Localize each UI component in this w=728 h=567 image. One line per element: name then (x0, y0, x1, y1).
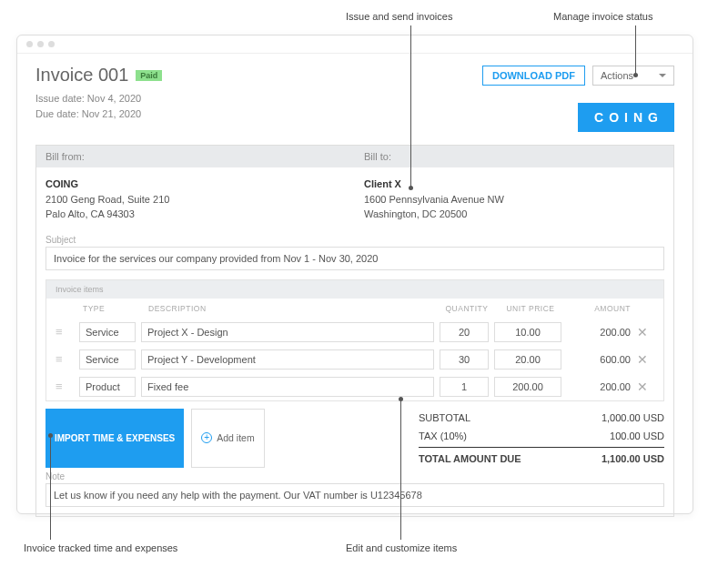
download-pdf-button[interactable]: DOWNLOAD PDF (482, 66, 585, 86)
callout-line (410, 25, 411, 187)
items-column-header: TYPE DESCRIPTION QUANTITY UNIT PRICE AMO… (46, 299, 663, 319)
item-quantity-input[interactable]: 20 (440, 322, 489, 342)
plus-circle-icon: + (201, 432, 212, 443)
bill-to-label: Bill to: (355, 146, 673, 167)
actions-label: Actions (601, 70, 633, 81)
col-quantity: QUANTITY (440, 304, 494, 313)
window-titlebar (17, 35, 693, 54)
window-dot (48, 41, 55, 47)
tax-label: TAX (10%) (419, 430, 467, 441)
col-description: DESCRIPTION (141, 304, 440, 313)
items-header: Invoice items (46, 280, 663, 299)
item-unit-price-input[interactable]: 20.00 (494, 349, 561, 370)
subtotal-value: 1,000.00 USD (602, 412, 664, 423)
callout-line (635, 25, 636, 74)
add-item-label: Add item (217, 432, 254, 443)
chevron-down-icon (659, 74, 666, 77)
callout-dot (633, 73, 638, 77)
app-window: Invoice 001 Paid DOWNLOAD PDF Actions Is… (16, 35, 693, 514)
delete-item-button[interactable]: ✕ (631, 325, 654, 339)
subject-label: Subject (36, 231, 673, 247)
annotation-manage-status: Manage invoice status (553, 11, 652, 22)
tax-value: 100.00 USD (610, 430, 664, 441)
invoice-title: Invoice 001 (35, 65, 128, 86)
invoice-item-row: ≡ Service Project Y - Development 30 20.… (46, 346, 663, 373)
bill-to-block: Client X 1600 Pennsylvania Avenue NW Was… (364, 177, 664, 222)
item-type-input[interactable]: Service (79, 349, 136, 370)
annotation-invoice-tracked: Invoice tracked time and expenses (24, 542, 177, 553)
annotation-issue-send: Issue and send invoices (346, 11, 452, 22)
bill-to-addr1: 1600 Pennsylvania Avenue NW (364, 194, 504, 205)
drag-handle-icon[interactable]: ≡ (56, 352, 79, 366)
col-type: TYPE (79, 304, 141, 313)
item-quantity-input[interactable]: 30 (440, 349, 489, 370)
subtotal-label: SUBTOTAL (419, 412, 470, 423)
totals-block: SUBTOTAL 1,000.00 USD TAX (10%) 100.00 U… (419, 409, 664, 468)
item-quantity-input[interactable]: 1 (440, 377, 489, 397)
bill-from-block: COING 2100 Geng Road, Suite 210 Palo Alt… (46, 177, 346, 222)
bill-to-name: Client X (364, 178, 401, 189)
item-unit-price-input[interactable]: 200.00 (494, 377, 561, 397)
callout-line (50, 435, 51, 540)
item-description-input[interactable]: Project X - Design (141, 322, 434, 342)
total-due-value: 1,100.00 USD (602, 453, 664, 464)
items-panel: Invoice items TYPE DESCRIPTION QUANTITY … (46, 279, 664, 401)
bill-from-label: Bill from: (36, 146, 355, 167)
invoice-panel: Bill from: Bill to: COING 2100 Geng Road… (35, 145, 674, 517)
callout-dot (409, 186, 413, 190)
window-dot (26, 41, 33, 47)
note-input[interactable]: Let us know if you need any help with th… (46, 483, 664, 507)
item-description-input[interactable]: Project Y - Development (141, 349, 434, 370)
item-amount: 200.00 (567, 381, 631, 392)
item-amount: 200.00 (567, 327, 631, 338)
drag-handle-icon[interactable]: ≡ (56, 325, 79, 339)
add-item-button[interactable]: + Add item (191, 409, 264, 468)
callout-dot (48, 433, 53, 438)
bill-from-name: COING (46, 178, 78, 189)
total-due-label: TOTAL AMOUNT DUE (419, 453, 521, 464)
invoice-item-row: ≡ Service Project X - Design 20 10.00 20… (46, 319, 663, 346)
bill-to-addr2: Washington, DC 20500 (364, 208, 467, 219)
subject-input[interactable]: Invoice for the services our company pro… (46, 247, 664, 270)
drag-handle-icon[interactable]: ≡ (56, 380, 79, 393)
window-dot (37, 41, 44, 47)
delete-item-button[interactable]: ✕ (631, 352, 654, 367)
bill-from-addr2: Palo Alto, CA 94303 (46, 208, 135, 219)
item-type-input[interactable]: Product (79, 377, 136, 397)
callout-dot (399, 397, 403, 401)
item-unit-price-input[interactable]: 10.00 (494, 322, 561, 342)
status-badge: Paid (136, 70, 162, 81)
import-time-expenses-button[interactable]: IMPORT TIME & EXPENSES (46, 409, 184, 468)
col-amount: AMOUNT (567, 304, 631, 313)
item-type-input[interactable]: Service (79, 322, 136, 342)
item-description-input[interactable]: Fixed fee (141, 377, 434, 397)
annotation-edit-items: Edit and customize items (346, 542, 457, 553)
bill-from-addr1: 2100 Geng Road, Suite 210 (46, 194, 169, 205)
invoice-item-row: ≡ Product Fixed fee 1 200.00 200.00 ✕ (46, 373, 663, 400)
callout-line (400, 399, 401, 540)
company-logo: COING (578, 103, 674, 132)
col-unit-price: UNIT PRICE (494, 304, 567, 313)
note-label: Note (36, 468, 673, 483)
delete-item-button[interactable]: ✕ (631, 380, 654, 394)
item-amount: 600.00 (567, 354, 631, 365)
